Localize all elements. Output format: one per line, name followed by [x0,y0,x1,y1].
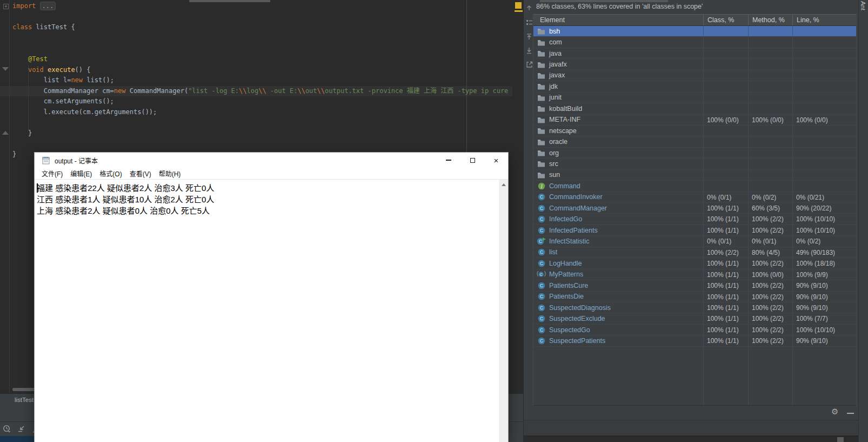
coverage-row[interactable]: org [533,148,856,159]
coverage-row[interactable]: CInfectedGo100% (1/1)100% (2/2)100% (10/… [533,214,856,225]
coverage-row[interactable]: CSuspectedGo100% (1/1)100% (2/2)100% (10… [533,325,856,335]
element-name: PatientsDie [549,293,584,300]
class-percent [703,59,748,69]
coverage-row[interactable]: CPatientsDie100% (1/1)100% (2/2)90% (9/1… [533,292,856,302]
ant-toolwindow-button[interactable]: Ant [860,1,866,10]
menu-item[interactable]: 文件(F) [38,168,66,179]
element-name: LogHandle [549,260,582,267]
jump-to-bottom-icon[interactable] [525,47,533,54]
coverage-row[interactable]: kobaltBuild [533,103,856,114]
panel-bottom-scrollbar[interactable] [524,436,859,442]
element-name: javax [549,71,565,79]
coverage-row[interactable]: junit [533,93,856,103]
notepad-scrollbar[interactable] [499,180,508,442]
coverage-row[interactable]: Clist100% (2/2)80% (4/5)49% (90/183) [533,247,856,258]
text-caret [37,183,38,193]
coverage-row[interactable]: netscape [533,126,856,136]
column-header-line[interactable]: Line, % [792,15,856,25]
coverage-row[interactable]: CInfectStatistic0% (0/1)0% (0/1)0% (0/2) [533,236,856,247]
jump-to-top-icon[interactable] [525,32,533,40]
line-percent: 90% (9/10) [792,302,856,313]
up-arrow-icon[interactable] [525,4,533,12]
status-progress-strip [0,436,38,442]
code-area[interactable]: import ... class listTest { @Test void e… [12,1,511,163]
fold-expand-icon[interactable]: + [3,4,9,9]
notepad-text-area[interactable]: 福建 感染患者22人 疑似患者2人 治愈3人 死亡0人江西 感染患者1人 疑似患… [35,180,500,442]
method-percent [748,81,792,91]
coverage-row[interactable]: jdk [533,81,856,92]
coverage-row[interactable]: CSuspectedDiagnosis100% (1/1)100% (2/2)9… [533,302,856,313]
fold-end-icon[interactable] [2,131,9,135]
coverage-row[interactable]: sun [533,170,856,181]
coverage-row[interactable]: CCommandInvoker0% (0/1)0% (0/2)0% (0/21) [533,192,856,203]
coverage-row[interactable]: java [533,48,856,59]
hide-panel-icon[interactable] [847,413,854,414]
menu-item[interactable]: 查看(V) [126,168,155,179]
scroll-up-icon[interactable] [502,183,506,186]
column-header-method[interactable]: Method, % [748,15,792,25]
line-percent [792,26,856,36]
table-border [856,14,857,406]
coverage-row[interactable]: CSuspectedPatients100% (1/1)100% (2/2)90… [533,335,856,346]
class-icon: C [537,315,546,322]
notepad-titlebar[interactable]: output - 记事本 × [35,153,508,168]
class-percent: 100% (1/1) [703,292,748,302]
flatten-packages-icon[interactable] [525,18,533,26]
coverage-row[interactable]: ICommand [533,181,856,192]
coverage-row[interactable]: CSuspectedExclude100% (1/1)100% (2/2)100… [533,313,856,324]
coverage-row[interactable]: javax [533,70,856,81]
line-percent [792,181,856,191]
notepad-icon [42,156,50,164]
class-percent: 100% (1/1) [703,203,748,213]
coverage-row[interactable]: (C)MyPatterns100% (1/1)100% (0/0)100% (9… [533,269,856,280]
class-percent [703,81,748,91]
scrollbar-thumb[interactable] [837,437,844,442]
notepad-window[interactable]: output - 记事本 × 文件(F)编辑(E)格式(O)查看(V)帮助(H)… [34,152,509,442]
minimize-button[interactable] [437,153,460,168]
fold-collapse-icon[interactable] [2,67,9,71]
editor-scrollbar-strip[interactable] [512,0,523,393]
class-percent [703,148,748,158]
element-name: javafx [549,61,567,68]
column-header-class[interactable]: Class, % [703,15,748,25]
package-icon [537,28,546,35]
collapse-arrow-icon[interactable] [17,424,25,433]
method-percent: 100% (2/2) [748,335,792,346]
coverage-row[interactable]: META-INF100% (0/0)100% (0/0)100% (0/0) [533,115,856,126]
code-line: cm.setArguments(); [12,96,511,107]
coverage-row[interactable]: com [533,37,856,48]
coverage-row[interactable]: javafx [533,59,856,70]
coverage-row[interactable]: CCommandManager100% (1/1)60% (3/5)90% (2… [533,203,856,214]
line-percent [792,59,856,69]
menu-item[interactable]: 编辑(E) [66,168,96,179]
package-icon [537,127,546,134]
menu-item[interactable]: 帮助(H) [155,168,185,179]
line-percent [792,48,856,58]
coverage-row[interactable]: CLogHandle100% (1/1)100% (2/2)100% (18/1… [533,258,856,269]
line-percent [792,159,856,169]
maximize-button[interactable] [460,153,484,168]
class-percent [703,93,748,103]
package-icon [537,160,546,167]
coverage-row[interactable]: oracle [533,136,856,147]
coverage-row[interactable]: CPatientsCure100% (1/1)100% (2/2)90% (9/… [533,280,856,291]
menu-item[interactable]: 格式(O) [96,168,125,179]
method-percent [748,26,792,36]
panel-top-scrollbar[interactable] [540,0,668,2]
class-percent: 100% (1/1) [703,225,748,235]
gear-icon[interactable]: ⚙ [831,407,838,417]
column-header-element[interactable]: Element [533,15,703,25]
line-percent [792,148,856,158]
clock-icon[interactable] [2,424,11,433]
element-name: bsh [549,28,560,35]
close-button[interactable]: × [484,153,508,168]
coverage-row[interactable]: src [533,159,856,169]
run-tab-listtest[interactable]: listTest [15,397,34,403]
export-icon[interactable] [525,61,533,68]
class-percent: 0% (0/1) [703,192,748,202]
element-name: src [549,160,558,168]
coverage-row[interactable]: CInfectedPatients100% (1/1)100% (2/2)100… [533,225,856,236]
coverage-row[interactable]: bsh [533,26,856,37]
package-icon [537,149,546,156]
notepad-menubar: 文件(F)编辑(E)格式(O)查看(V)帮助(H) [35,168,508,180]
